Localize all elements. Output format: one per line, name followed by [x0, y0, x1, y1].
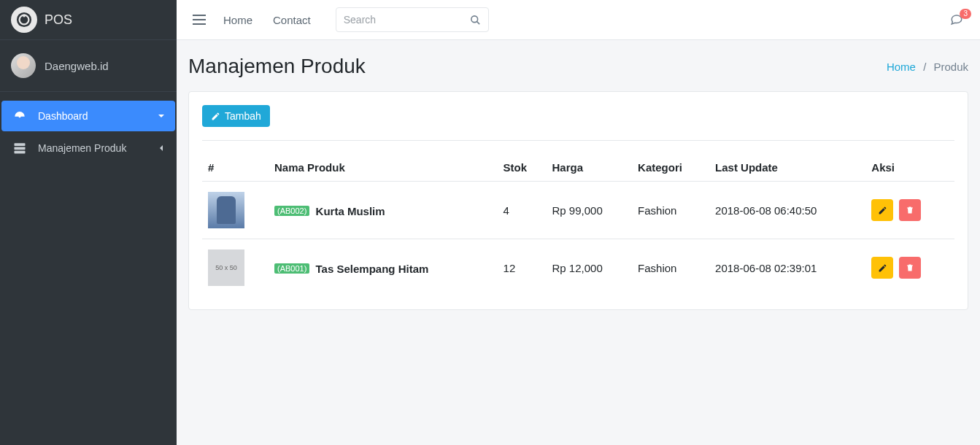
breadcrumb-sep: /	[923, 61, 926, 73]
svg-rect-4	[15, 143, 26, 146]
th-category: Kategori	[632, 154, 709, 182]
svg-rect-7	[193, 15, 206, 16]
notification-badge: 3	[960, 9, 971, 19]
product-stock: 4	[498, 182, 547, 239]
svg-rect-9	[193, 23, 206, 25]
card-body: Tambah # Nama Produk Stok Harga Kategori…	[189, 92, 968, 309]
main: Home Contact 3 Manajemen Produk Home / P…	[177, 0, 980, 445]
svg-rect-2	[23, 15, 26, 18]
product-stock: 12	[498, 239, 547, 297]
product-price: Rp 99,000	[547, 182, 633, 239]
th-name: Nama Produk	[269, 154, 498, 182]
server-icon	[13, 142, 28, 155]
th-num: #	[202, 154, 269, 182]
product-updated: 2018-06-08 02:39:01	[709, 239, 865, 297]
brand-text: POS	[45, 12, 72, 28]
breadcrumb: Home / Produk	[887, 61, 968, 73]
product-price: Rp 12,000	[547, 239, 633, 297]
edit-button[interactable]	[871, 257, 893, 279]
svg-rect-5	[15, 147, 26, 150]
th-updated: Last Update	[709, 154, 865, 182]
topbar-link-contact[interactable]: Contact	[263, 14, 321, 26]
products-table: # Nama Produk Stok Harga Kategori Last U…	[202, 154, 954, 296]
breadcrumb-current: Produk	[933, 61, 968, 73]
table-row: (AB002) Kurta Muslim 4 Rp 99,000 Fashion…	[202, 182, 954, 239]
sidebar: POS Daengweb.id Dashboard Manajemen Prod…	[0, 0, 177, 445]
avatar	[11, 53, 36, 78]
hamburger-icon[interactable]	[185, 9, 213, 30]
dashboard-icon	[13, 109, 28, 123]
edit-button[interactable]	[871, 199, 893, 221]
th-stock: Stok	[498, 154, 547, 182]
topbar-right: 3	[942, 9, 971, 31]
add-button[interactable]: Tambah	[202, 105, 270, 127]
sidebar-item-manajemen-produk[interactable]: Manajemen Produk	[1, 133, 175, 163]
product-updated: 2018-06-08 06:40:50	[709, 182, 865, 239]
product-code-badge: (AB001)	[274, 263, 309, 274]
sidebar-item-dashboard[interactable]: Dashboard	[1, 101, 175, 131]
product-name: Tas Selempang Hitam	[316, 262, 429, 274]
page-header: Manajemen Produk Home / Produk	[177, 40, 980, 91]
delete-button[interactable]	[899, 257, 921, 279]
card: Tambah # Nama Produk Stok Harga Kategori…	[188, 91, 968, 310]
th-price: Harga	[547, 154, 633, 182]
sidebar-item-label: Dashboard	[38, 110, 88, 122]
divider	[202, 140, 954, 141]
user-name: Daengweb.id	[45, 60, 109, 72]
sidebar-item-label: Manajemen Produk	[38, 142, 126, 154]
sidebar-nav: Dashboard Manajemen Produk	[0, 92, 177, 172]
search-wrap	[336, 7, 489, 32]
chat-icon[interactable]: 3	[942, 9, 971, 31]
user-block: Daengweb.id	[0, 40, 177, 92]
page-title: Manajemen Produk	[188, 55, 366, 78]
product-thumb	[208, 192, 244, 228]
product-category: Fashion	[632, 182, 709, 239]
product-name: Kurta Muslim	[316, 204, 385, 217]
search-icon[interactable]	[463, 7, 489, 32]
chevron-down-icon	[158, 112, 165, 120]
delete-button[interactable]	[899, 199, 921, 221]
svg-point-10	[471, 15, 478, 22]
product-thumb: 50 x 50	[208, 249, 244, 286]
table-row: 50 x 50 (AB001) Tas Selempang Hitam 12 R…	[202, 239, 954, 297]
chevron-left-icon	[158, 144, 165, 152]
svg-rect-8	[193, 19, 206, 20]
product-category: Fashion	[632, 239, 709, 297]
topbar-link-home[interactable]: Home	[213, 14, 263, 26]
product-code-badge: (AB002)	[274, 206, 309, 216]
topbar: Home Contact 3	[177, 0, 980, 40]
edit-icon	[211, 112, 220, 121]
th-action: Aksi	[865, 154, 954, 182]
brand-logo-icon	[11, 7, 37, 33]
add-button-label: Tambah	[225, 110, 261, 122]
svg-rect-6	[15, 151, 26, 154]
breadcrumb-home[interactable]: Home	[887, 61, 916, 73]
brand: POS	[0, 0, 177, 40]
